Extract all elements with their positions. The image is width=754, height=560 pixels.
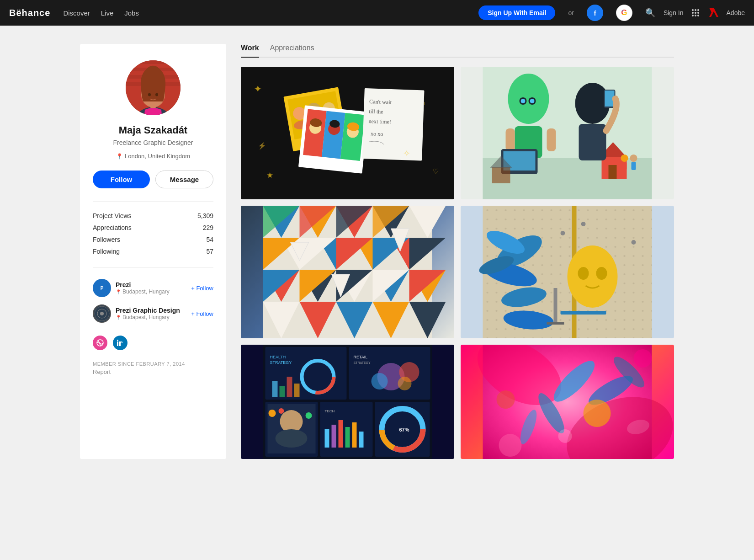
svg-text:★: ★ — [266, 171, 273, 180]
search-icon[interactable]: 🔍 — [645, 8, 655, 18]
svg-text:⚡: ⚡ — [258, 142, 266, 150]
svg-rect-67 — [579, 124, 606, 160]
google-icon: G — [621, 8, 627, 17]
svg-text:STRATEGY: STRATEGY — [354, 361, 371, 364]
org-location-prezi-gd: 📍 Budapest, Hungary — [116, 314, 186, 320]
svg-rect-123 — [547, 322, 564, 325]
tab-work[interactable]: Work — [241, 44, 259, 58]
svg-text:✧: ✧ — [403, 149, 410, 158]
svg-rect-53 — [609, 165, 617, 179]
svg-text:RETAIL: RETAIL — [354, 355, 368, 359]
org-info-prezi: Prezi 📍 Budapest, Hungary — [116, 281, 186, 295]
project-thumb-6[interactable] — [461, 345, 674, 459]
dribbble-link[interactable] — [93, 336, 107, 350]
svg-rect-162 — [359, 432, 364, 448]
svg-text:xo xo: xo xo — [371, 130, 383, 137]
project-thumb-4[interactable] — [461, 206, 674, 338]
nav-live[interactable]: Live — [101, 9, 114, 17]
project-thumb-2[interactable] — [461, 67, 674, 199]
stat-value-followers: 54 — [206, 236, 213, 243]
svg-text:♡: ♡ — [433, 167, 439, 175]
stat-label-following: Following — [93, 248, 120, 255]
stats-row-following: Following 57 — [93, 245, 213, 257]
org-location-pin-icon-2: 📍 — [116, 315, 121, 320]
profile-card: Maja Szakadát Freelance Graphic Designer… — [80, 44, 226, 459]
or-text: or — [568, 9, 573, 16]
svg-point-9 — [155, 93, 158, 96]
brand-logo[interactable]: Bëhance — [9, 8, 50, 18]
svg-text:TECH: TECH — [325, 409, 335, 413]
main-layout: Maja Szakadát Freelance Graphic Designer… — [57, 26, 697, 477]
org-location-pin-icon: 📍 — [116, 289, 121, 294]
stats-row-followers: Followers 54 — [93, 234, 213, 245]
svg-text:✦: ✦ — [254, 83, 262, 95]
svg-point-17 — [117, 340, 118, 341]
org-follow-prezi-gd[interactable]: + Follow — [191, 310, 213, 317]
svg-rect-16 — [117, 341, 118, 346]
stat-value-appreciations: 229 — [203, 224, 213, 231]
svg-text:Can't wait: Can't wait — [369, 98, 392, 106]
stats-table: Project Views 5,309 Appreciations 229 Fo… — [93, 201, 213, 257]
member-since: MEMBER SINCE FEBRUARY 7, 2014 — [93, 361, 213, 367]
svg-point-14 — [100, 312, 104, 315]
svg-point-54 — [508, 74, 549, 124]
stat-label-followers: Followers — [93, 236, 120, 243]
project-thumb-1[interactable]: ✦ ⌂ ★ ♡ — [241, 67, 454, 199]
svg-point-125 — [578, 267, 589, 280]
project-thumb-3[interactable] — [241, 206, 454, 338]
avatar — [126, 60, 181, 115]
svg-rect-157 — [325, 429, 329, 448]
svg-point-124 — [568, 245, 618, 308]
svg-point-153 — [279, 408, 284, 414]
svg-rect-140 — [294, 384, 300, 397]
svg-point-128 — [581, 222, 586, 226]
svg-rect-68 — [492, 167, 510, 183]
tab-appreciations[interactable]: Appreciations — [270, 44, 314, 58]
nav-discover[interactable]: Discover — [63, 9, 90, 17]
linkedin-link[interactable] — [113, 336, 127, 350]
svg-rect-1 — [126, 60, 181, 64]
adobe-label: Adobe — [727, 9, 745, 16]
facebook-icon: f — [594, 9, 596, 17]
facebook-signup-button[interactable]: f — [587, 5, 603, 21]
stat-value-views: 5,309 — [197, 212, 213, 219]
org-name-prezi-gd[interactable]: Prezi Graphic Design — [116, 307, 186, 314]
svg-point-127 — [561, 231, 565, 235]
stat-label-views: Project Views — [93, 212, 132, 219]
svg-rect-61 — [547, 128, 556, 151]
svg-rect-73 — [632, 162, 636, 170]
svg-rect-138 — [280, 386, 285, 397]
apps-grid-icon[interactable] — [692, 9, 699, 16]
profile-actions: Follow Message — [93, 171, 213, 188]
report-link[interactable]: Report — [93, 368, 213, 375]
svg-point-126 — [596, 267, 607, 280]
svg-rect-60 — [506, 128, 515, 151]
svg-text:HEALTH: HEALTH — [270, 355, 286, 359]
signin-link[interactable]: Sign In — [664, 9, 684, 16]
org-follow-prezi[interactable]: + Follow — [191, 285, 213, 292]
nav-jobs[interactable]: Jobs — [124, 9, 139, 17]
stats-row-views: Project Views 5,309 — [93, 210, 213, 222]
message-button[interactable]: Message — [155, 171, 213, 188]
social-links — [93, 336, 213, 350]
svg-point-181 — [634, 349, 652, 368]
google-signup-button[interactable]: G — [616, 5, 632, 21]
svg-point-152 — [269, 410, 276, 417]
org-name-prezi[interactable]: Prezi — [116, 281, 186, 288]
svg-point-58 — [530, 99, 535, 103]
profile-title: Freelance Graphic Designer — [113, 139, 193, 146]
svg-point-151 — [276, 429, 308, 448]
svg-rect-161 — [352, 422, 357, 448]
svg-point-8 — [148, 93, 151, 96]
svg-rect-160 — [345, 427, 350, 448]
follow-button[interactable]: Follow — [93, 171, 150, 188]
svg-point-177 — [497, 390, 515, 409]
svg-text:67%: 67% — [399, 427, 409, 432]
signup-button[interactable]: Sign Up With Email — [478, 5, 555, 20]
project-thumb-5[interactable]: HEALTH STRATEGY RETAIL STRATEGY — [241, 345, 454, 459]
svg-text:P: P — [101, 286, 104, 291]
nav-links: Discover Live Jobs — [63, 9, 466, 17]
org-item-prezi: P Prezi 📍 Budapest, Hungary + Follow — [93, 275, 213, 301]
navbar-right: 🔍 Sign In Adobe — [645, 7, 745, 19]
org-item-prezi-gd: Prezi Graphic Design 📍 Budapest, Hungary… — [93, 301, 213, 326]
